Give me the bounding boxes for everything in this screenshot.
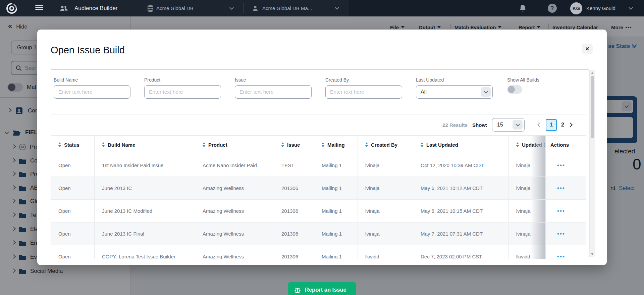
ellipsis-icon: ••• <box>557 162 565 169</box>
header-product[interactable]: Product <box>195 136 274 154</box>
filter-label: Last Updated <box>416 77 493 83</box>
app-logo[interactable] <box>6 0 17 16</box>
cell-last-updated: May 7, 2021 07:31 AM CDT <box>413 223 509 245</box>
issue-input[interactable] <box>235 85 312 99</box>
cell-product: Amazing Wellness <box>195 245 274 259</box>
last-updated-select[interactable]: All <box>416 85 493 99</box>
table-row[interactable]: Open June 2013 IC Modified Amazing Welln… <box>51 200 586 223</box>
bug-icon <box>294 286 301 294</box>
cell-build-name: COPY: Lorena Test Issue Builder <box>95 245 195 259</box>
chevron-down-icon[interactable] <box>335 5 339 10</box>
filter-label: Issue <box>235 77 312 83</box>
filter-label: Build Name <box>54 77 130 83</box>
cell-issue: TEST <box>274 154 314 177</box>
last-updated-value: All <box>421 89 427 95</box>
results-count: 22 Results <box>442 122 468 128</box>
ellipsis-icon: ••• <box>557 185 565 192</box>
sort-icon <box>322 142 324 147</box>
modal-close-button[interactable]: ✕ <box>582 44 593 54</box>
cell-product: Amazing Wellness <box>195 223 274 245</box>
scroll-down-icon[interactable] <box>591 253 594 255</box>
filter-created-by: Created By <box>325 77 402 99</box>
sort-icon <box>281 142 284 147</box>
ellipsis-icon: ••• <box>557 253 565 259</box>
cell-status: Open <box>51 200 95 222</box>
row-actions-menu[interactable]: ••• <box>546 245 587 259</box>
cell-mailing: Mailing 1 <box>314 177 358 199</box>
table-row[interactable]: Open June 2013 IC Amazing Wellness 20130… <box>51 177 586 200</box>
hamburger-menu-button[interactable] <box>35 0 43 16</box>
next-page-icon[interactable] <box>568 122 573 127</box>
modal-scrollbar[interactable] <box>589 70 595 257</box>
page-2-button[interactable]: 2 <box>561 122 564 128</box>
mailing-selector[interactable]: Acme Global DB Ma... <box>262 0 312 16</box>
report-issue-label: Report an Issue <box>305 287 346 293</box>
report-issue-button[interactable]: Report an Issue <box>288 282 356 295</box>
modal-title: Open Issue Build <box>51 45 125 56</box>
filter-build-name: Build Name <box>54 77 130 99</box>
created-by-input[interactable] <box>325 85 402 99</box>
user-menu[interactable]: Kenny Gould <box>586 0 615 16</box>
table-row[interactable]: Open COPY: Lorena Test Issue Builder Ama… <box>51 245 586 259</box>
header-build-name[interactable]: Build Name <box>95 136 195 154</box>
cell-updated-by: lvinaja <box>509 154 546 177</box>
table-row[interactable]: Open June 2013 IC Final Amazing Wellness… <box>51 223 586 245</box>
page-size-select[interactable]: 15 <box>492 118 525 132</box>
ellipsis-icon: ••• <box>557 231 565 237</box>
cell-build-name: June 2013 IC Final <box>95 223 195 245</box>
cell-build-name: 1st Nano Insider Paid Issue <box>95 154 195 177</box>
previous-page-icon[interactable] <box>537 122 542 127</box>
chevron-button[interactable] <box>513 120 523 130</box>
header-mailing[interactable]: Mailing <box>314 136 358 154</box>
open-issue-build-modal: Open Issue Build ✕ Build Name Product Is… <box>37 30 607 265</box>
chevron-button[interactable] <box>481 87 491 97</box>
cell-status: Open <box>51 154 95 177</box>
chevron-down-icon <box>484 89 488 94</box>
sort-icon <box>102 142 105 147</box>
notifications-button[interactable] <box>519 0 526 16</box>
sort-icon <box>58 142 61 147</box>
product-input[interactable] <box>144 85 221 99</box>
header-actions: Actions <box>546 136 587 154</box>
row-actions-menu[interactable]: ••• <box>546 223 587 245</box>
filter-label: Show All Builds <box>507 77 584 83</box>
scroll-up-icon[interactable] <box>591 72 594 74</box>
topbar-divider <box>243 3 244 13</box>
database-icon <box>148 0 153 16</box>
database-selector[interactable]: Acme Global DB <box>156 0 194 16</box>
cell-mailing: Mailing 1 <box>314 223 358 245</box>
header-updated-by[interactable]: Updated By <box>509 136 546 154</box>
filter-label: Product <box>144 77 221 83</box>
cell-status: Open <box>51 223 95 245</box>
row-actions-menu[interactable]: ••• <box>546 177 587 199</box>
table-header-row: Status Build Name Product Issue Mailing … <box>51 135 586 154</box>
table-row[interactable]: Open 1st Nano Insider Paid Issue Acme Na… <box>51 154 586 177</box>
header-issue[interactable]: Issue <box>274 136 314 154</box>
row-actions-menu[interactable]: ••• <box>546 154 587 177</box>
chevron-down-icon[interactable] <box>229 5 234 10</box>
cell-last-updated: May 6, 2021 10:15 AM CDT <box>413 200 509 222</box>
cell-product: Amazing Wellness <box>195 177 274 199</box>
cell-updated-by: lkwidd <box>509 245 546 259</box>
build-name-input[interactable] <box>54 85 130 99</box>
results-bar: 22 Results Show: 15 1 2 <box>51 114 586 135</box>
page-1-button[interactable]: 1 <box>546 119 557 131</box>
row-actions-menu[interactable]: ••• <box>546 200 587 222</box>
cell-mailing: Mailing 1 <box>314 154 358 177</box>
sort-icon <box>203 142 205 147</box>
user-avatar[interactable]: KG <box>570 0 582 16</box>
show-all-builds-toggle[interactable] <box>507 85 522 94</box>
header-created-by[interactable]: Created By <box>358 136 413 154</box>
cell-updated-by: lvinaja <box>509 177 546 199</box>
bell-icon <box>519 4 526 12</box>
person-icon <box>252 0 258 16</box>
chevron-down-icon <box>516 122 520 127</box>
help-button[interactable]: ? <box>548 0 557 16</box>
scrollbar-thumb[interactable] <box>591 76 594 138</box>
header-status[interactable]: Status <box>51 136 95 154</box>
cell-created-by: lvinaja <box>358 177 413 199</box>
page-size-value: 15 <box>497 122 503 128</box>
cell-mailing: Mailing 1 <box>314 245 358 259</box>
header-last-updated[interactable]: Last Updated <box>413 136 509 154</box>
audience-icon <box>60 0 68 16</box>
